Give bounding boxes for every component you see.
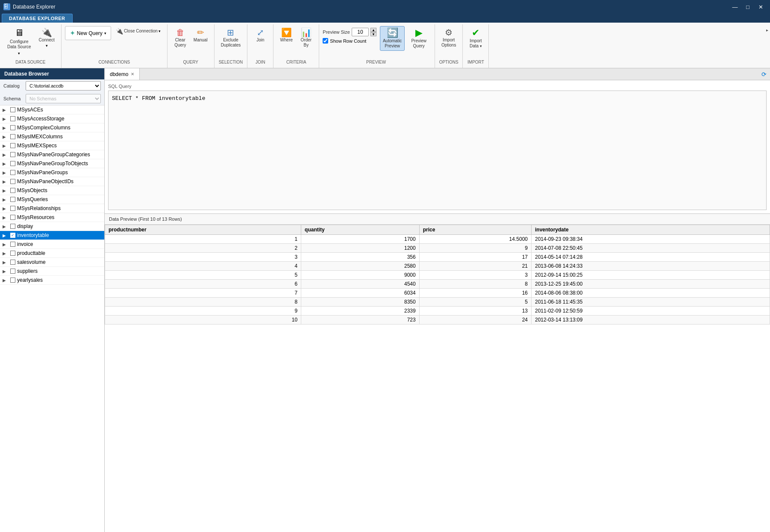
- maximize-button[interactable]: □: [742, 2, 754, 12]
- show-row-count-checkbox[interactable]: [323, 38, 328, 44]
- tree-checkbox-MSysIMEXSpecs[interactable]: [10, 143, 15, 148]
- tree-checkbox-MSysAccessStorage[interactable]: [10, 116, 15, 121]
- tree-checkbox-salesvolume[interactable]: [10, 260, 15, 265]
- preview-size-up[interactable]: ▲: [370, 28, 376, 32]
- preview-size-down[interactable]: ▼: [370, 32, 376, 36]
- tree-checkbox-yearlysales[interactable]: [10, 278, 15, 283]
- tree-checkbox-MSysNavPaneGroups[interactable]: [10, 170, 15, 175]
- tree-checkbox-inventorytable[interactable]: [10, 233, 15, 238]
- new-query-button[interactable]: ✦ New Query ▾: [65, 26, 111, 40]
- tree-checkbox-MSysQueries[interactable]: [10, 197, 15, 202]
- table-cell-r4c0: 5: [105, 271, 301, 280]
- configure-data-source-button[interactable]: 🖥 ConfigureData Source ▾: [3, 26, 35, 58]
- join-button[interactable]: ⤢ Join: [251, 26, 270, 45]
- tree-item-salesvolume[interactable]: ▶salesvolume: [0, 258, 104, 267]
- table-cell-r5c1: 4540: [301, 280, 420, 289]
- tree-item-MSysNavPaneGroupCategories[interactable]: ▶MSysNavPaneGroupCategories: [0, 150, 104, 159]
- app-icon: 🗄: [3, 3, 10, 10]
- close-button[interactable]: ✕: [755, 2, 767, 12]
- catalog-label: Catalog: [3, 83, 23, 88]
- join-group-label: JOIN: [247, 58, 273, 66]
- connect-dropdown-arrow: ▾: [46, 44, 48, 48]
- tree-item-MSysComplexColumns[interactable]: ▶MSysComplexColumns: [0, 123, 104, 132]
- ribbon-scroll-arrow[interactable]: ▸: [766, 24, 770, 68]
- tree-checkbox-MSysIMEXColumns[interactable]: [10, 134, 15, 139]
- automatic-preview-icon: 🔄: [387, 28, 398, 38]
- sql-editor[interactable]: SELECT * FROM inventorytable: [108, 91, 767, 210]
- tree-item-MSysResources[interactable]: ▶MSysResources: [0, 213, 104, 222]
- tree-item-display[interactable]: ▶display: [0, 222, 104, 231]
- preview-size-input[interactable]: 10: [352, 28, 369, 36]
- tree-label-MSysIMEXSpecs: MSysIMEXSpecs: [17, 143, 57, 149]
- col-header-inventorydate: inventorydate: [532, 225, 770, 235]
- import-data-button[interactable]: ✔ ImportData ▾: [466, 26, 485, 51]
- minimize-button[interactable]: —: [729, 2, 741, 12]
- tree-checkbox-invoice[interactable]: [10, 242, 15, 247]
- table-cell-r9c2: 24: [419, 316, 531, 324]
- selection-buttons: ⊞ ExcludeDuplicates: [218, 24, 244, 60]
- preview-query-button[interactable]: ▶ PreviewQuery: [408, 26, 429, 51]
- tree-checkbox-MSysNavPaneObjectIDs[interactable]: [10, 179, 15, 184]
- tree-item-inventorytable[interactable]: ▶inventorytable: [0, 231, 104, 240]
- tree-item-MSysIMEXSpecs[interactable]: ▶MSysIMEXSpecs: [0, 141, 104, 150]
- tree-item-MSysObjects[interactable]: ▶MSysObjects: [0, 186, 104, 195]
- tree-arrow-producttable: ▶: [3, 251, 9, 256]
- tree-arrow-MSysIMEXSpecs: ▶: [3, 143, 9, 148]
- table-row-1: 2120092014-07-08 22:50:45: [105, 244, 770, 253]
- tab-close-button[interactable]: ✕: [131, 72, 134, 76]
- tree-item-MSysAccessStorage[interactable]: ▶MSysAccessStorage: [0, 114, 104, 123]
- data-preview-label: Data Preview (First 10 of 13 Rows): [105, 214, 770, 225]
- tree-item-yearlysales[interactable]: ▶yearlysales: [0, 276, 104, 285]
- tree-checkbox-MSysResources[interactable]: [10, 215, 15, 220]
- tree-checkbox-MSysRelationships[interactable]: [10, 206, 15, 211]
- automatic-preview-button[interactable]: 🔄 AutomaticPreview: [380, 26, 405, 51]
- tree-item-MSysNavPaneObjectIDs[interactable]: ▶MSysNavPaneObjectIDs: [0, 177, 104, 186]
- connect-button[interactable]: 🔌 Connect ▾: [36, 26, 58, 50]
- import-options-icon: ⚙: [445, 28, 453, 37]
- tree-item-MSysIMEXColumns[interactable]: ▶MSysIMEXColumns: [0, 132, 104, 141]
- tree-checkbox-suppliers[interactable]: [10, 269, 15, 274]
- tree-item-MSysQueries[interactable]: ▶MSysQueries: [0, 195, 104, 204]
- tree-item-MSysNavPaneGroupToObjects[interactable]: ▶MSysNavPaneGroupToObjects: [0, 159, 104, 168]
- clear-query-button[interactable]: 🗑 ClearQuery: [171, 26, 190, 50]
- dbdemo-tab[interactable]: dbdemo ✕: [105, 68, 140, 80]
- ribbon-group-query: 🗑 ClearQuery ✏ Manual QUERY: [168, 24, 215, 68]
- database-explorer-tab[interactable]: DATABASE EXPLORER: [2, 14, 73, 23]
- table-cell-r3c1: 2580: [301, 262, 420, 271]
- where-button[interactable]: 🔽 Where: [277, 26, 296, 45]
- preview-query-label: PreviewQuery: [411, 38, 426, 49]
- catalog-select[interactable]: C:\tutorial.accdb: [26, 81, 101, 91]
- ribbon-group-options: ⚙ ImportOptions OPTIONS: [435, 24, 463, 68]
- import-options-button[interactable]: ⚙ ImportOptions: [438, 26, 459, 50]
- schema-select[interactable]: No Schemas: [26, 94, 101, 103]
- tree-item-MSysNavPaneGroups[interactable]: ▶MSysNavPaneGroups: [0, 168, 104, 177]
- tree-checkbox-MSysACEs[interactable]: [10, 107, 15, 112]
- order-by-button[interactable]: 📊 OrderBy: [297, 26, 315, 50]
- table-row-4: 5900032012-09-14 15:00:25: [105, 271, 770, 280]
- tree-checkbox-MSysNavPaneGroupCategories[interactable]: [10, 152, 15, 157]
- tree-checkbox-MSysObjects[interactable]: [10, 188, 15, 193]
- tree-checkbox-MSysNavPaneGroupToObjects[interactable]: [10, 161, 15, 166]
- col-header-productnumber: productnumber: [105, 225, 301, 235]
- tab-refresh-button[interactable]: ⟳: [758, 71, 770, 78]
- table-cell-r8c0: 9: [105, 307, 301, 316]
- tree-checkbox-producttable[interactable]: [10, 251, 15, 256]
- title-bar-controls: — □ ✕: [729, 2, 767, 12]
- tree-label-MSysNavPaneGroupCategories: MSysNavPaneGroupCategories: [17, 152, 90, 158]
- table-cell-r1c0: 2: [105, 244, 301, 253]
- sidebar-tree: ▶MSysACEs▶MSysAccessStorage▶MSysComplexC…: [0, 105, 104, 532]
- tree-checkbox-display[interactable]: [10, 224, 15, 229]
- tree-item-MSysACEs[interactable]: ▶MSysACEs: [0, 105, 104, 114]
- tree-arrow-display: ▶: [3, 224, 9, 229]
- tree-checkbox-MSysComplexColumns[interactable]: [10, 125, 15, 130]
- manual-button[interactable]: ✏ Manual: [191, 26, 211, 45]
- tree-item-producttable[interactable]: ▶producttable: [0, 249, 104, 258]
- close-connection-button[interactable]: 🔌 Close Connection ▾: [113, 26, 164, 36]
- exclude-duplicates-button[interactable]: ⊞ ExcludeDuplicates: [218, 26, 244, 50]
- tree-item-invoice[interactable]: ▶invoice: [0, 240, 104, 249]
- clear-query-icon: 🗑: [176, 28, 185, 37]
- tree-item-suppliers[interactable]: ▶suppliers: [0, 267, 104, 276]
- tree-item-MSysRelationships[interactable]: ▶MSysRelationships: [0, 204, 104, 213]
- join-buttons: ⤢ Join: [251, 24, 270, 55]
- tree-arrow-MSysIMEXColumns: ▶: [3, 134, 9, 139]
